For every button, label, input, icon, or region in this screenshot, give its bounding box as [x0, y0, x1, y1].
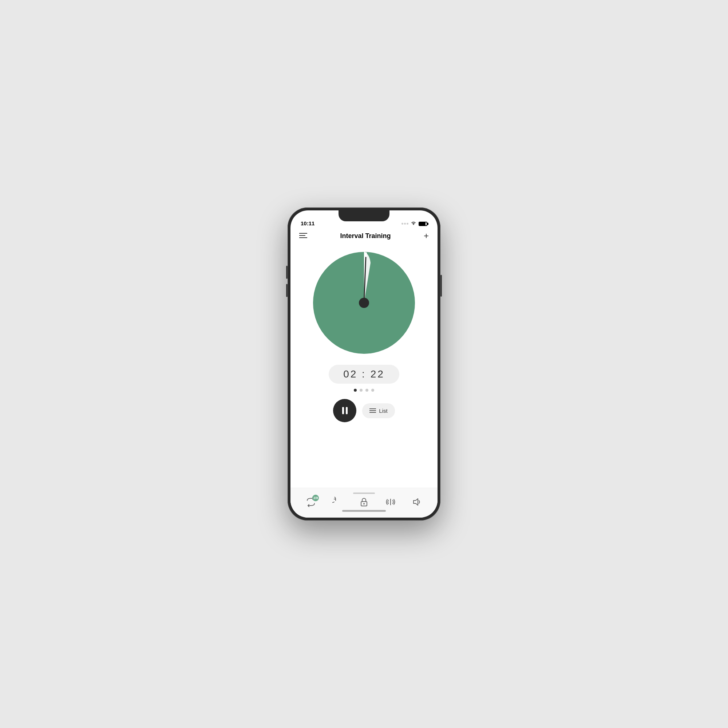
pause-icon: [342, 407, 348, 414]
tab-repeat[interactable]: 2/8: [306, 497, 316, 507]
vibrate-icon: [385, 497, 396, 507]
page-title: Interval Training: [340, 232, 391, 240]
list-icon: [369, 408, 376, 413]
time-display: 02 : 22: [329, 365, 399, 384]
dot-2: [359, 389, 362, 392]
list-label: List: [379, 408, 387, 414]
dot-1: [354, 389, 357, 392]
reset-icon: [332, 497, 343, 507]
svg-marker-12: [413, 499, 418, 505]
header: Interval Training +: [291, 229, 437, 245]
bottom-bar: 2/8: [291, 488, 437, 518]
main-content: 02 : 22: [291, 245, 437, 488]
dot-4: [371, 389, 374, 392]
status-icons: [401, 221, 427, 226]
tab-reset[interactable]: [332, 497, 343, 507]
notch: [338, 210, 390, 221]
status-time: 10:11: [301, 220, 315, 226]
phone-frame: 10:11: [288, 208, 440, 520]
add-button[interactable]: +: [424, 231, 429, 240]
repeat-badge: 2/8: [312, 495, 319, 501]
battery-icon: [419, 222, 427, 226]
list-button[interactable]: List: [362, 403, 395, 418]
separator: [353, 492, 375, 494]
svg-point-10: [363, 503, 365, 505]
tab-bar: 2/8: [298, 497, 430, 507]
wifi-icon: [411, 221, 416, 226]
home-indicator: [342, 510, 386, 512]
tab-vibrate[interactable]: [385, 497, 396, 507]
dot-3: [366, 389, 369, 392]
pause-button[interactable]: [333, 399, 356, 422]
menu-button[interactable]: [299, 232, 307, 240]
timer-circle: [309, 248, 419, 358]
lock-icon: [359, 497, 369, 507]
signal-dots-icon: [401, 223, 408, 225]
volume-icon: [412, 497, 422, 507]
tab-volume[interactable]: [412, 497, 422, 507]
controls: List: [333, 399, 395, 422]
dots-indicator: [354, 389, 374, 392]
tab-lock[interactable]: [359, 497, 369, 507]
